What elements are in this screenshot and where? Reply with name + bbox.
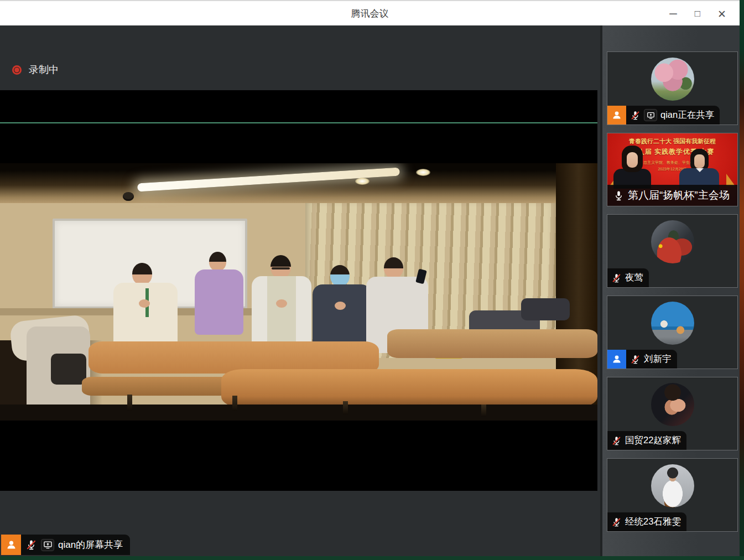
member-badge-icon (607, 350, 626, 369)
banner-line: 青春践行二十大 强国有我新征程 (607, 137, 737, 146)
participant-name: 刘新宇 (644, 353, 672, 365)
host-badge-icon (607, 106, 626, 125)
student (195, 252, 243, 335)
stage-divider-line (0, 122, 597, 123)
participants-sidebar: qian正在共享 青春践行二十大 强国有我新征程 第八届 实践教学优秀 大赛 思… (600, 25, 740, 560)
participant-tile-liuxinyu[interactable]: 刘新宇 (607, 295, 738, 369)
participant-tile-main-venue[interactable]: 青春践行二十大 强国有我新征程 第八届 实践教学优秀 大赛 思主义学院、教务处、… (607, 133, 738, 206)
titlebar: 腾讯会议 ─ □ ✕ (0, 0, 740, 25)
desk (387, 329, 597, 358)
meeting-content: 录制中 (0, 25, 744, 560)
shared-screen-stage (0, 90, 597, 491)
screen-share-icon (41, 539, 54, 551)
participant-tile-yeying[interactable]: 夜莺 (607, 214, 738, 288)
participant-name: 国贸22赵家辉 (625, 434, 681, 447)
desktop-edge-strip (740, 0, 744, 560)
maximize-icon: □ (695, 8, 700, 19)
mic-muted-icon (611, 435, 622, 446)
participant-tile-qian[interactable]: qian正在共享 (607, 51, 738, 125)
avatar-guitarist (651, 464, 694, 507)
recording-indicator: 录制中 (12, 63, 59, 76)
participant-name: qian正在共享 (660, 109, 714, 121)
classroom-video (0, 163, 597, 421)
maximize-button[interactable]: □ (685, 3, 710, 25)
ceiling-camera (123, 192, 134, 201)
presenter-left (622, 146, 651, 189)
minimize-button[interactable]: ─ (661, 3, 685, 25)
close-icon: ✕ (717, 8, 726, 20)
host-badge-icon (1, 535, 21, 555)
close-button[interactable]: ✕ (710, 3, 734, 25)
share-label: qian的屏幕共享 (58, 538, 123, 551)
participant-tile-shiyawen[interactable]: 经统23石雅雯 (607, 458, 738, 532)
recording-dot-icon (12, 65, 22, 75)
recording-label: 录制中 (29, 63, 59, 76)
tencent-meeting-window: 腾讯会议 ─ □ ✕ 录制中 (0, 0, 744, 560)
mic-muted-icon (630, 110, 641, 121)
mic-muted-icon (630, 354, 641, 365)
desktop-bottom-strip (0, 556, 744, 560)
desk (221, 369, 597, 408)
participant-name: 夜莺 (625, 272, 643, 284)
avatar-portrait (651, 383, 694, 426)
presenter-right (690, 149, 719, 190)
avatar-cats-sky (651, 302, 694, 345)
participant-tile-zhaojiahui[interactable]: 国贸22赵家辉 (607, 377, 738, 450)
ceiling (0, 163, 597, 203)
mic-on-icon (613, 190, 625, 201)
window-title: 腾讯会议 (0, 1, 740, 27)
window-controls: ─ □ ✕ (661, 1, 734, 27)
avatar-cherry-blossom (651, 58, 694, 101)
student (313, 265, 371, 354)
mic-muted-icon (611, 273, 622, 283)
mic-muted-icon (611, 517, 622, 527)
participant-name: 第八届“扬帆杯”主会场 (628, 188, 730, 203)
screen-share-icon (644, 109, 657, 121)
minimize-icon: ─ (669, 8, 677, 20)
participant-name: 经统23石雅雯 (625, 516, 681, 528)
mic-muted-icon (25, 539, 37, 551)
avatar-flag-dancer (651, 220, 694, 263)
screen-share-banner: qian的屏幕共享 (1, 535, 130, 555)
